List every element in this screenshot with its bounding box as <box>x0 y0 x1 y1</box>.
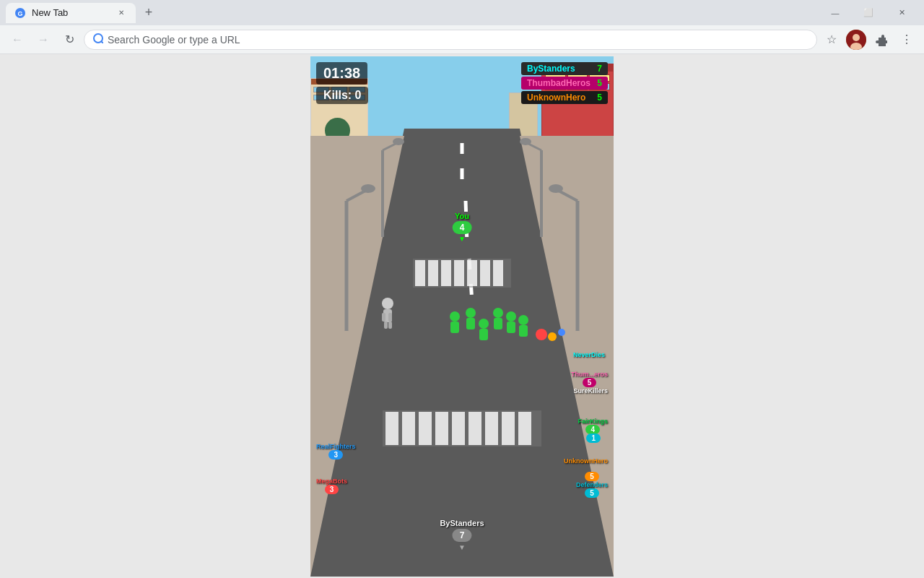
neverdies-label: NeverDies <box>573 351 605 358</box>
svg-point-5 <box>853 34 860 41</box>
surekillers-label: SureKillers <box>573 387 608 394</box>
svg-point-57 <box>479 319 489 329</box>
address-bar[interactable]: Search Google or type a URL <box>84 30 817 50</box>
svg-point-65 <box>536 329 547 340</box>
hud-kills: Kills: 0 <box>316 87 368 104</box>
svg-rect-22 <box>419 412 432 445</box>
toolbar-right: ☆ ⋮ <box>820 28 918 51</box>
tab-title: New Tab <box>32 7 110 18</box>
thumbadheros-label2: Thum...eros 5 <box>571 371 608 387</box>
close-button[interactable]: ✕ <box>885 0 918 25</box>
tree-left <box>325 118 350 152</box>
svg-rect-11 <box>413 259 511 288</box>
svg-rect-54 <box>450 322 459 333</box>
svg-point-47 <box>382 298 393 309</box>
new-tab-button[interactable]: + <box>139 3 159 23</box>
tab-favicon: G <box>14 7 26 19</box>
svg-line-10 <box>469 259 472 302</box>
svg-rect-49 <box>382 313 385 322</box>
scoreboard-row-1: ByStanders 7 <box>521 62 608 75</box>
svg-line-42 <box>346 190 367 201</box>
bookmark-button[interactable]: ☆ <box>820 28 843 51</box>
svg-line-3 <box>101 41 103 43</box>
player-arrow: ▼ <box>458 235 466 243</box>
minimize-button[interactable]: — <box>819 0 852 25</box>
extensions-button[interactable] <box>869 28 892 51</box>
menu-button[interactable]: ⋮ <box>895 28 918 51</box>
svg-rect-15 <box>454 260 464 286</box>
scoreboard: ByStanders 7 ThumbadHeros 5 UnknownHero … <box>521 62 608 104</box>
svg-rect-21 <box>402 412 415 445</box>
svg-rect-14 <box>441 260 451 286</box>
svg-point-53 <box>450 311 460 322</box>
forward-button[interactable]: → <box>32 28 55 51</box>
maximize-button[interactable]: ⬜ <box>852 0 885 25</box>
svg-rect-52 <box>388 322 392 329</box>
address-text: Search Google or type a URL <box>108 34 240 46</box>
cyan-badge-1: 1 <box>586 434 601 443</box>
window-controls: — ⬜ ✕ <box>819 0 918 25</box>
browser-frame: G New Tab ✕ + — ⬜ ✕ ← → ↻ Search Google … <box>0 0 924 578</box>
svg-rect-20 <box>385 412 398 445</box>
svg-rect-60 <box>494 318 502 329</box>
score-num-2: 5 <box>597 78 602 88</box>
svg-rect-26 <box>485 412 498 445</box>
unknownhero-label2: UnknownHero <box>564 457 608 465</box>
score-num-1: 7 <box>597 64 602 74</box>
svg-rect-28 <box>518 412 531 445</box>
svg-rect-62 <box>507 322 515 333</box>
svg-point-67 <box>558 329 565 336</box>
svg-rect-27 <box>502 412 515 445</box>
svg-rect-13 <box>428 260 438 286</box>
svg-point-43 <box>361 184 375 193</box>
tab-close-button[interactable]: ✕ <box>116 7 127 19</box>
title-bar: G New Tab ✕ + — ⬜ ✕ <box>0 0 924 25</box>
svg-rect-18 <box>493 260 503 286</box>
svg-rect-23 <box>435 412 448 445</box>
svg-line-36 <box>383 143 397 150</box>
svg-rect-25 <box>468 412 481 445</box>
score-name-3: UnknownHero <box>527 92 585 103</box>
toolbar: ← → ↻ Search Google or type a URL ☆ <box>0 25 924 54</box>
svg-rect-17 <box>480 260 490 286</box>
svg-text:G: G <box>17 10 22 17</box>
fairkings-label: FairKings 4 <box>578 418 608 434</box>
svg-marker-7 <box>310 129 614 577</box>
svg-line-45 <box>557 190 578 201</box>
svg-rect-48 <box>383 309 392 322</box>
svg-rect-64 <box>519 325 528 337</box>
svg-marker-33 <box>310 136 404 577</box>
profile-button[interactable] <box>846 30 866 50</box>
score-name-1: ByStanders <box>527 64 575 74</box>
svg-rect-50 <box>388 313 392 322</box>
scoreboard-row-3: UnknownHero 5 <box>521 91 608 104</box>
hud-timer: 01:38 <box>316 62 367 85</box>
svg-rect-58 <box>479 329 488 340</box>
player-name-label: You <box>455 212 469 220</box>
browser-tab[interactable]: G New Tab ✕ <box>6 3 136 23</box>
svg-rect-51 <box>384 322 388 329</box>
svg-point-66 <box>548 332 557 341</box>
realfighters-label: RealFighters 3 <box>316 443 356 460</box>
back-button[interactable]: ← <box>6 28 29 51</box>
svg-rect-24 <box>452 412 465 445</box>
svg-rect-16 <box>467 260 477 286</box>
svg-point-63 <box>518 315 528 325</box>
svg-point-46 <box>549 184 563 193</box>
svg-rect-12 <box>415 260 425 286</box>
svg-point-59 <box>493 308 503 318</box>
megabots-label: MegaBots 3 <box>316 478 347 494</box>
svg-point-55 <box>466 308 476 318</box>
player-label: You 4 ▼ <box>453 212 472 243</box>
bottom-player-label: ByStanders 7 ▼ <box>440 519 484 551</box>
reload-button[interactable]: ↻ <box>58 28 81 51</box>
scoreboard-row-2: ThumbadHeros 5 <box>521 77 608 90</box>
svg-point-61 <box>506 311 516 322</box>
svg-rect-56 <box>466 318 475 329</box>
game-viewport[interactable]: 01:38 Kills: 0 ByStanders 7 ThumbadHeros… <box>310 56 614 577</box>
svg-rect-19 <box>383 410 541 447</box>
bottom-player-badge: 7 <box>453 529 472 542</box>
player-badge: 4 <box>453 221 472 234</box>
google-icon <box>93 33 103 46</box>
bottom-player-arrow: ▼ <box>458 543 466 551</box>
